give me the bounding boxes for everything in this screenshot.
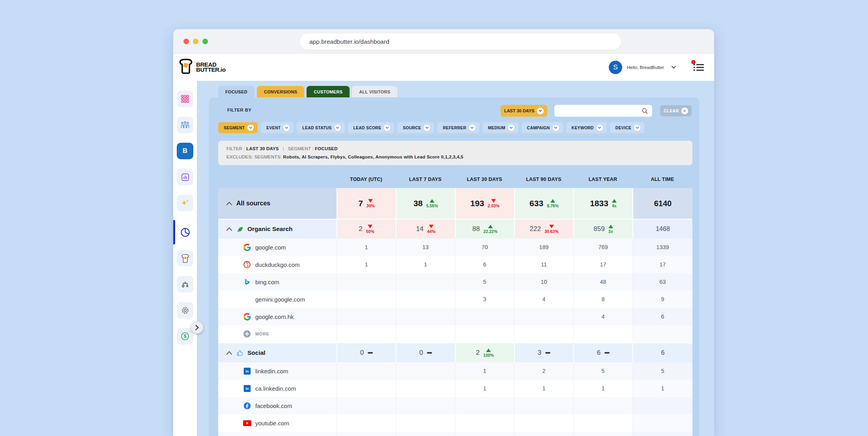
search-input[interactable] — [554, 105, 642, 117]
sidebar-item-audience[interactable] — [177, 117, 193, 133]
tab-all-visitors[interactable]: ALL VISITORS — [352, 86, 397, 97]
sidebar-item-reports[interactable] — [177, 169, 193, 185]
collapse-caret-icon[interactable] — [226, 227, 232, 231]
metric-cell — [337, 308, 396, 325]
collapse-caret-icon[interactable] — [226, 201, 232, 205]
svg-text:in: in — [245, 369, 249, 373]
filter-summary: FILTER : LAST 30 DAYS|SEGMENT : FOCUSED … — [218, 141, 692, 165]
user-greeting: Hello, BreadButter — [627, 65, 664, 70]
sidebar-collapse-button[interactable] — [191, 321, 203, 334]
filter-chip-medium[interactable]: MEDIUM — [483, 122, 518, 133]
search-icon[interactable] — [642, 108, 648, 114]
summary-text: LAST 30 DAYS — [246, 146, 279, 151]
table-row-duckduckgo.com[interactable]: duckduckgo.com116111717 — [218, 256, 692, 273]
tab-focused[interactable]: FOCUSED — [218, 86, 254, 97]
filter-chip-campaign[interactable]: CAMPAIGN — [522, 122, 563, 133]
table-row-google.com.hk[interactable]: google.com.hk46 — [218, 308, 692, 325]
bread-icon — [181, 253, 190, 263]
sidebar-item-settings[interactable] — [177, 302, 193, 319]
filter-chips: SEGMENTEVENTLEAD STATUSLEAD SCORESOURCER… — [218, 122, 644, 133]
date-range-dropdown[interactable]: LAST 30 DAYS — [501, 105, 547, 117]
bing-icon — [243, 278, 251, 285]
all-time-cell: 6 — [632, 308, 692, 325]
table-row-more[interactable]: MORE — [218, 325, 692, 343]
table-row-bing.com[interactable]: bing.com5104863 — [218, 273, 692, 291]
row-label-cell: google.com — [218, 238, 337, 256]
filter-chip-event[interactable]: EVENT — [261, 122, 294, 133]
table-row-linkedin.com[interactable]: inlinkedin.com1255 — [218, 362, 692, 380]
collapse-caret-icon[interactable] — [226, 351, 232, 355]
url-bar[interactable]: app.breadbutter.io/dashboard — [300, 34, 621, 50]
metric-cell: 0 — [337, 343, 396, 362]
all-time-cell: 6140 — [632, 188, 692, 219]
no-change-dash-icon — [545, 352, 550, 354]
all-time-cell — [632, 432, 692, 436]
chip-label: LEAD STATUS — [302, 125, 331, 130]
table-row-facebook.com[interactable]: facebook.com — [218, 397, 692, 414]
table-row-social[interactable]: Social002100%366 — [218, 343, 692, 362]
bar-chart-icon — [181, 173, 190, 182]
user-menu-chevron-down-icon[interactable] — [671, 65, 676, 69]
filter-chip-source[interactable]: SOURCE — [397, 122, 434, 133]
row-label-cell: gemini.google.com — [218, 291, 337, 308]
metric-cell: 0 — [396, 343, 455, 362]
table-row-organic-search[interactable]: Organic Search250%1444%8822.22%22230.63%… — [218, 219, 692, 238]
sidebar-item-strategy[interactable] — [177, 276, 193, 293]
logo-line2: BUTTER.io — [196, 66, 226, 73]
summary-text: FOCUSED — [315, 146, 338, 151]
table-row-youtube.com[interactable]: youtube.com — [218, 414, 692, 432]
dashboard-panel: FILTER BY LAST 30 DAYS CLEAR SEGMENT — [209, 97, 700, 436]
metric-cell: 22230.63% — [514, 220, 573, 238]
breadbutter-logo[interactable]: BREAD BUTTER.io — [178, 57, 226, 77]
close-window-button[interactable] — [183, 39, 189, 44]
metric-cell: 1 — [573, 380, 632, 397]
metric-cell — [396, 414, 455, 432]
filter-chip-lead-status[interactable]: LEAD STATUS — [297, 122, 344, 133]
metric-cell — [514, 414, 573, 432]
metric-cell — [396, 325, 455, 343]
column-header: LAST YEAR — [573, 170, 632, 188]
facebook-icon — [243, 402, 251, 410]
metric-cell: 1 — [337, 256, 396, 273]
filter-chip-referrer[interactable]: REFERRER — [437, 122, 479, 133]
main-menu-button[interactable] — [693, 63, 705, 72]
chevron-down-icon — [469, 125, 475, 131]
metric-cell — [514, 397, 573, 414]
tab-customers[interactable]: CUSTOMERS — [307, 86, 350, 97]
trend-down-icon — [429, 225, 434, 228]
metric-cell: 385.56% — [396, 188, 455, 219]
metric-cell: 1 — [396, 256, 455, 273]
svg-text:in: in — [245, 387, 249, 391]
chip-label: MEDIUM — [488, 125, 505, 130]
app-header: BREAD BUTTER.io S Hello, BreadButter — [173, 54, 714, 81]
maximize-window-button[interactable] — [202, 39, 208, 44]
filter-chip-segment[interactable]: SEGMENT — [218, 122, 258, 133]
filter-by-label: FILTER BY — [227, 108, 251, 112]
user-avatar[interactable]: S — [609, 61, 622, 74]
table-row-all-sources[interactable]: All sources730%385.56%1932.03%6338.76%18… — [218, 188, 692, 219]
dollar-icon: $ — [180, 332, 190, 341]
sidebar-item-analytics-active[interactable] — [177, 224, 193, 240]
sidebar-item-apps-grid[interactable] — [177, 91, 193, 107]
filter-chip-lead-score[interactable]: LEAD SCORE — [348, 122, 395, 133]
clear-filters-button[interactable]: CLEAR — [660, 105, 692, 116]
sidebar-item-b[interactable]: B — [177, 143, 193, 159]
minimize-window-button[interactable] — [193, 39, 198, 44]
sidebar-item-ai[interactable] — [177, 195, 193, 211]
table-row-ca.linkedin.com[interactable]: inca.linkedin.com1111 — [218, 380, 692, 397]
metric-cell — [337, 273, 396, 291]
window-controls — [183, 39, 208, 44]
table-row-google.com[interactable]: google.com113701897691339 — [218, 238, 692, 256]
svg-text:$: $ — [184, 334, 187, 339]
metric-cell — [514, 432, 573, 436]
tab-conversions[interactable]: CONVERSIONS — [257, 86, 305, 97]
sidebar-item-breadbutter[interactable] — [177, 250, 193, 266]
table-row-gemini.google.com[interactable]: gemini.google.com3489 — [218, 291, 692, 308]
filter-chip-device[interactable]: DEVICE — [610, 122, 644, 133]
filter-chip-keyword[interactable]: KEYWORD — [566, 122, 607, 133]
metric-cell: 1 — [337, 238, 396, 256]
metric-cell: 18334x — [573, 188, 632, 219]
metric-cell: 48 — [573, 273, 632, 291]
all-time-cell — [632, 397, 692, 414]
sidebar-item-billing[interactable]: $ — [177, 328, 193, 345]
